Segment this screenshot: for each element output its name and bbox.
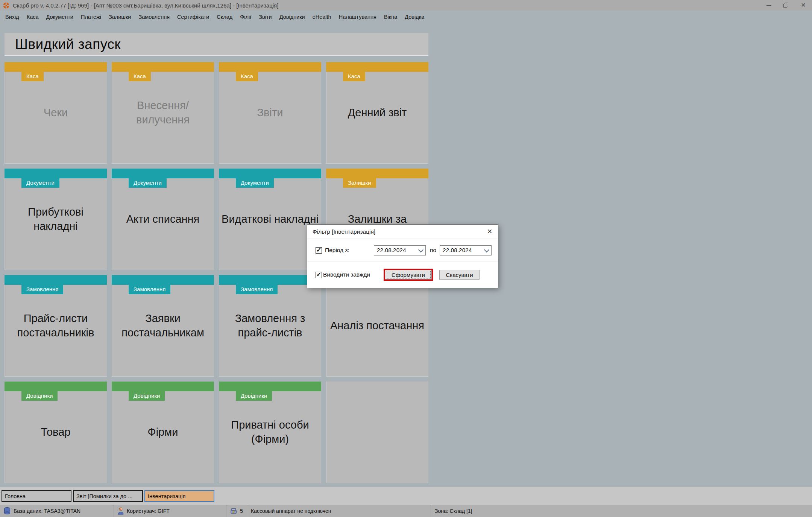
menu-item[interactable]: Каса — [23, 14, 42, 20]
period-row: Період з: 22.08.2024 по 22.08.2024 — [307, 239, 498, 262]
window-title: Скарб pro v. 4.0.2.77 [ІД: 969] - [Апт №… — [13, 2, 278, 9]
dialog-close-icon[interactable]: ✕ — [481, 225, 498, 238]
zone-label: Зона: Склад [1] — [435, 508, 472, 514]
dialog-title: Фільтр [Інвентаризація] — [307, 228, 375, 235]
page-title: Швидкий запуск — [5, 36, 121, 52]
menu-item[interactable]: Довідники — [276, 14, 309, 20]
status-database-section: База даних: TASA3@TITAN — [0, 505, 114, 517]
status-zone-section: Зона: Склад [1] — [431, 505, 476, 517]
menu-item[interactable]: Замовлення — [135, 14, 173, 20]
menu-item[interactable]: Склад — [213, 14, 236, 20]
period-checkbox[interactable] — [316, 247, 322, 254]
tile[interactable]: ДовідникиФірми — [112, 382, 214, 483]
menu-item[interactable]: Документи — [42, 14, 77, 20]
tile[interactable]: ДокументиВидаткові накладні — [219, 169, 321, 270]
minimize-icon — [766, 5, 771, 6]
menu-item[interactable]: Довідка — [401, 14, 428, 20]
menu-item[interactable]: Вікна — [380, 14, 401, 20]
tile[interactable]: КасаДенний звіт — [326, 62, 428, 164]
tile[interactable]: ЗамовленняЗаявки постачальникам — [112, 275, 214, 377]
tile[interactable]: ДовідникиПриватні особи (Фірми) — [219, 382, 321, 483]
database-label: База даних: TASA3@TITAN — [14, 508, 80, 514]
period-to-label: по — [430, 247, 436, 254]
quick-launch-header: Швидкий запуск — [5, 33, 428, 56]
dialog-buttons-row: Виводити завжди Сформувати Скасувати — [307, 262, 498, 287]
tile[interactable]: КасаЗвіти — [219, 62, 321, 164]
close-icon: ✕ — [801, 2, 806, 8]
tile-label: Прибуткові накладні — [5, 169, 107, 270]
tile-label: Замовлення з прайс-листів — [219, 275, 321, 377]
tab-home[interactable]: Головна — [2, 490, 71, 502]
tab-inventory[interactable]: Інвентаризація — [144, 490, 214, 502]
tile[interactable] — [326, 382, 428, 483]
cancel-button[interactable]: Скасувати — [439, 270, 480, 280]
tile[interactable]: Аналіз постачання — [326, 275, 428, 377]
tile-label: Заявки постачальникам — [112, 275, 214, 377]
menu-item[interactable]: Платежі — [77, 14, 105, 20]
tab-bar: ГоловнаЗвіт [Помилки за до ...Інвентариз… — [2, 490, 214, 502]
menu-item[interactable]: Філії — [236, 14, 255, 20]
date-from-value: 22.08.2024 — [374, 247, 416, 254]
filter-dialog: Фільтр [Інвентаризація] ✕ Період з: 22.0… — [307, 224, 498, 288]
tile[interactable]: ЗамовленняПрайс-листи постачальників — [5, 275, 107, 377]
register-status-label: Кассовый аппарат не подключен — [251, 508, 331, 514]
chevron-down-icon — [482, 248, 491, 253]
tile-label: Аналіз постачання — [326, 275, 428, 377]
database-icon — [4, 507, 11, 515]
tile[interactable]: КасаЧеки — [5, 62, 107, 164]
tile[interactable]: КасаВнесення/вилучення — [112, 62, 214, 164]
tile-label: Приватні особи (Фірми) — [219, 382, 321, 483]
date-to-select[interactable]: 22.08.2024 — [440, 245, 492, 255]
status-register-section: Кассовый аппарат не подключен — [247, 505, 431, 517]
menu-item[interactable]: Звіти — [255, 14, 275, 20]
period-label: Період з: — [325, 247, 374, 254]
tile-label: Товар — [5, 382, 107, 483]
menu-item[interactable]: Залишки — [105, 14, 135, 20]
menu-item[interactable]: Вихід — [2, 14, 23, 20]
tile-label: Звіти — [219, 62, 321, 164]
menu-item[interactable]: Налаштування — [335, 14, 380, 20]
app-logo-icon — [3, 2, 9, 9]
register-count: 5 — [240, 508, 243, 514]
tile-label: Чеки — [5, 62, 107, 164]
close-button[interactable]: ✕ — [795, 0, 812, 11]
dialog-title-bar: Фільтр [Інвентаризація] ✕ — [307, 225, 498, 239]
cash-register-icon — [230, 508, 237, 514]
minimize-button[interactable] — [760, 0, 777, 11]
date-to-value: 22.08.2024 — [440, 247, 482, 254]
tile-label: Денний звіт — [326, 62, 428, 164]
tab-report[interactable]: Звіт [Помилки за до ... — [73, 490, 143, 502]
tile-label: Внесення/вилучення — [112, 62, 214, 164]
status-register-count-section: 5 — [226, 505, 247, 517]
status-bar: База даних: TASA3@TITAN Користувач: GIFT… — [0, 505, 812, 517]
status-user-section: Користувач: GIFT — [114, 505, 226, 517]
restore-icon — [783, 3, 789, 8]
tile[interactable]: ЗамовленняЗамовлення з прайс-листів — [219, 275, 321, 377]
user-label: Користувач: GIFT — [127, 508, 170, 514]
menu-item[interactable]: Сертифікати — [173, 14, 213, 20]
bottom-tab-strip: ГоловнаЗвіт [Помилки за до ...Інвентариз… — [0, 487, 812, 505]
always-show-checkbox[interactable] — [316, 272, 322, 278]
tile-label: Прайс-листи постачальників — [5, 275, 107, 377]
menu-bar: ВихідКасаДокументиПлатежіЗалишкиЗамовлен… — [0, 11, 812, 23]
user-icon — [118, 507, 124, 515]
click-highlight-box: Сформувати — [384, 269, 433, 281]
tile-label: Акти списання — [112, 169, 214, 270]
tile[interactable]: ДокументиАкти списання — [112, 169, 214, 270]
title-bar: Скарб pro v. 4.0.2.77 [ІД: 969] - [Апт №… — [0, 0, 812, 11]
tile-label: Видаткові накладні — [219, 169, 321, 270]
submit-button[interactable]: Сформувати — [385, 270, 432, 280]
menu-item[interactable]: eHealth — [309, 14, 335, 20]
chevron-down-icon — [416, 248, 425, 253]
tile-label: Фірми — [112, 382, 214, 483]
date-from-select[interactable]: 22.08.2024 — [374, 245, 426, 255]
tile[interactable]: ДовідникиТовар — [5, 382, 107, 483]
always-show-label: Виводити завжди — [323, 271, 376, 278]
app-window: Скарб pro v. 4.0.2.77 [ІД: 969] - [Апт №… — [0, 0, 812, 517]
restore-button[interactable] — [777, 0, 795, 11]
tile[interactable]: ДокументиПрибуткові накладні — [5, 169, 107, 270]
